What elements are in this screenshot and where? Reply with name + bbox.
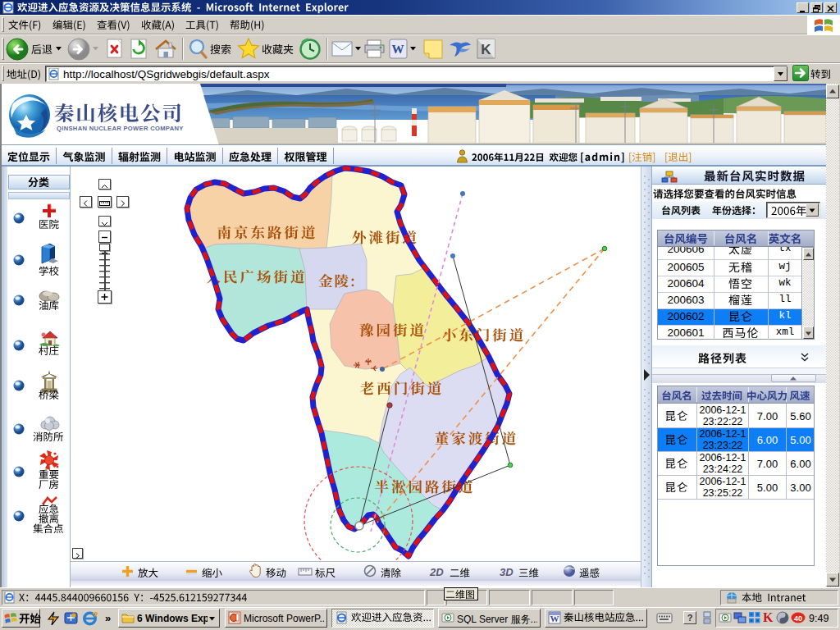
svg-text:40: 40 <box>794 614 802 623</box>
svg-text:W: W <box>550 614 559 623</box>
